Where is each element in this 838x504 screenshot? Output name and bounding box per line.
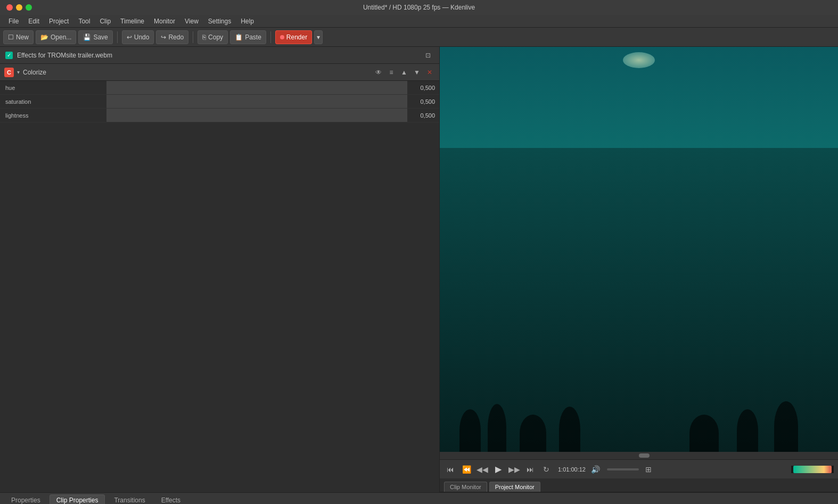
menu-edit[interactable]: Edit xyxy=(24,16,44,26)
loop-button[interactable]: ↻ xyxy=(540,463,553,476)
maximize-button[interactable] xyxy=(26,4,32,11)
person-silhouette xyxy=(459,409,481,452)
saturation-param: saturation 0,500 xyxy=(0,95,439,109)
saturation-slider[interactable] xyxy=(106,95,407,108)
copy-icon: ⎘ xyxy=(202,34,206,41)
undo-icon: ↩ xyxy=(127,34,132,41)
save-button[interactable]: 💾 Save xyxy=(78,30,112,44)
menubar: File Edit Project Tool Clip Timeline Mon… xyxy=(0,15,838,28)
effect-list-button[interactable]: ≡ xyxy=(386,67,397,78)
effect-item: C ▾ Colorize 👁 ≡ ▲ ▼ ✕ xyxy=(0,64,439,81)
scene-people xyxy=(440,148,838,452)
monitor-controls: ⏮ ⏪ ◀◀ ▶ ▶▶ ⏭ ↻ 1:01:00:12 🔊 ⊞ xyxy=(440,459,838,478)
project-monitor-tab[interactable]: Project Monitor xyxy=(489,482,540,492)
monitor-tabs: Clip Monitor Project Monitor xyxy=(440,478,838,492)
effect-move-up-button[interactable]: ▲ xyxy=(399,67,409,78)
redo-button[interactable]: ↪ Redo xyxy=(156,30,188,44)
window-title: Untitled* / HD 1080p 25 fps — Kdenlive xyxy=(363,4,475,11)
volume-meter xyxy=(791,466,834,473)
menu-file[interactable]: File xyxy=(4,16,23,26)
effect-visibility-button[interactable]: 👁 xyxy=(373,67,384,78)
monitor-scrollbar[interactable] xyxy=(440,452,838,459)
saturation-label: saturation xyxy=(0,98,106,105)
tab-transitions[interactable]: Transitions xyxy=(107,494,152,505)
titlebar: Untitled* / HD 1080p 25 fps — Kdenlive xyxy=(0,0,838,15)
menu-project[interactable]: Project xyxy=(45,16,73,26)
save-icon: 💾 xyxy=(83,34,91,41)
open-icon: 📂 xyxy=(40,34,48,41)
copy-button[interactable]: ⎘ Copy xyxy=(198,30,228,44)
effects-title: Effects for TROMsite trailer.webm xyxy=(17,52,112,59)
step-forward-button[interactable]: ⏭ xyxy=(524,463,537,476)
effects-expand-button[interactable]: ⊡ xyxy=(422,49,434,61)
tab-clip-properties[interactable]: Clip Properties xyxy=(50,494,105,505)
lightness-slider[interactable] xyxy=(106,109,407,122)
traffic-lights xyxy=(6,4,32,11)
menu-settings[interactable]: Settings xyxy=(204,16,235,26)
minimize-button[interactable] xyxy=(16,4,22,11)
play-button[interactable]: ▶ xyxy=(492,463,505,476)
lightness-label: lightness xyxy=(0,112,106,119)
person-silhouette xyxy=(559,407,580,452)
separator xyxy=(117,31,118,43)
separator xyxy=(270,31,271,43)
new-button[interactable]: ☐ New xyxy=(3,30,34,44)
paste-button[interactable]: 📋 Paste xyxy=(230,30,266,44)
person-silhouette xyxy=(689,415,719,452)
zoom-fit-button[interactable]: ⊞ xyxy=(642,463,655,476)
properties-tabs: Properties Clip Properties Transitions E… xyxy=(0,493,838,504)
check-icon: ✓ xyxy=(7,52,11,58)
effect-actions: 👁 ≡ ▲ ▼ ✕ xyxy=(373,67,435,78)
video-preview xyxy=(440,47,838,452)
main-area: ✓ Effects for TROMsite trailer.webm ⊡ C … xyxy=(0,47,838,492)
effect-enabled-checkbox[interactable]: ✓ xyxy=(5,52,13,59)
effects-header: ✓ Effects for TROMsite trailer.webm ⊡ xyxy=(0,47,439,64)
bottom-section: Properties Clip Properties Transitions E… xyxy=(0,492,838,504)
monitor-panel: ⏮ ⏪ ◀◀ ▶ ▶▶ ⏭ ↻ 1:01:00:12 🔊 ⊞ Clip Moni… xyxy=(440,47,838,492)
rewind-button[interactable]: ◀◀ xyxy=(476,463,489,476)
hue-label: hue xyxy=(0,85,106,91)
separator xyxy=(193,31,193,43)
tab-effects[interactable]: Effects xyxy=(154,494,187,505)
step-back-button[interactable]: ⏪ xyxy=(460,463,473,476)
effect-move-down-button[interactable]: ▼ xyxy=(412,67,422,78)
effects-panel: ✓ Effects for TROMsite trailer.webm ⊡ C … xyxy=(0,47,440,492)
redo-icon: ↪ xyxy=(161,34,166,41)
new-icon: ☐ xyxy=(8,34,14,41)
effect-name: Colorize xyxy=(23,69,370,76)
fast-forward-button[interactable]: ▶▶ xyxy=(508,463,521,476)
scene-ceiling xyxy=(440,47,838,148)
toolbar: ☐ New 📂 Open... 💾 Save ↩ Undo ↪ Redo ⎘ C… xyxy=(0,28,838,47)
saturation-value: 0,500 xyxy=(407,98,439,105)
hue-slider[interactable] xyxy=(106,81,407,94)
paste-icon: 📋 xyxy=(235,34,243,41)
tab-properties[interactable]: Properties xyxy=(4,494,47,505)
render-button[interactable]: Render xyxy=(275,30,312,44)
render-icon xyxy=(280,35,284,39)
menu-monitor[interactable]: Monitor xyxy=(150,16,179,26)
effect-expand-chevron[interactable]: ▾ xyxy=(17,69,20,75)
person-silhouette xyxy=(737,409,758,452)
person-silhouette xyxy=(520,415,546,452)
menu-view[interactable]: View xyxy=(180,16,203,26)
lightness-value: 0,500 xyxy=(407,112,439,119)
meter-bar xyxy=(793,466,832,473)
menu-timeline[interactable]: Timeline xyxy=(116,16,149,26)
effect-delete-button[interactable]: ✕ xyxy=(424,67,435,78)
undo-button[interactable]: ↩ Undo xyxy=(122,30,154,44)
video-scene xyxy=(440,47,838,452)
menu-tool[interactable]: Tool xyxy=(74,16,94,26)
goto-start-button[interactable]: ⏮ xyxy=(444,463,457,476)
render-dropdown[interactable]: ▾ xyxy=(314,30,323,44)
volume-slider[interactable] xyxy=(607,468,639,470)
lightness-param: lightness 0,500 xyxy=(0,109,439,122)
effect-letter: C xyxy=(4,68,14,77)
menu-help[interactable]: Help xyxy=(236,16,258,26)
volume-button[interactable]: 🔊 xyxy=(589,463,602,476)
menu-clip[interactable]: Clip xyxy=(95,16,115,26)
open-button[interactable]: 📂 Open... xyxy=(36,30,76,44)
person-silhouette xyxy=(774,401,798,452)
clip-monitor-tab[interactable]: Clip Monitor xyxy=(444,482,487,492)
close-button[interactable] xyxy=(6,4,13,11)
monitor-scroll-thumb xyxy=(639,453,650,458)
